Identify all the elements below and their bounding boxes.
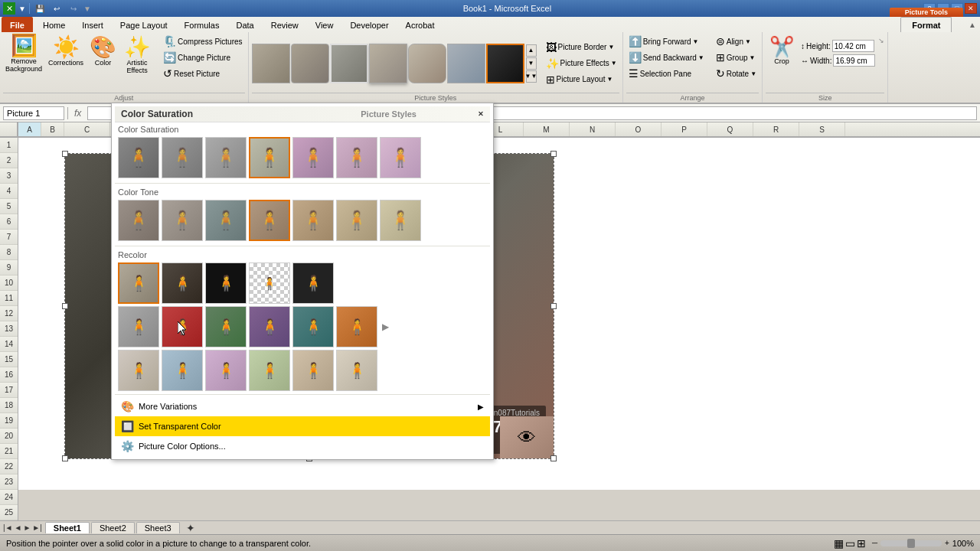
tab-file[interactable]: File (2, 17, 33, 32)
rc-purple[interactable]: 🧍 (249, 306, 290, 347)
col-header-a[interactable]: A (18, 122, 41, 136)
zoom-percentage[interactable]: 100% (952, 539, 974, 548)
rc-light2[interactable]: 🧍 (162, 350, 203, 391)
more-variations-item[interactable]: 🎨 More Variations ▶ (115, 396, 490, 416)
width-input[interactable] (833, 54, 875, 67)
styles-scroll[interactable]: ▲ ▼ ▼▼ (526, 44, 537, 83)
rc-black-solid[interactable]: 🧍 (292, 262, 334, 304)
tone-swatch-5[interactable]: 🧍 (292, 200, 334, 241)
col-header-p[interactable]: P (662, 122, 707, 136)
rc-light4[interactable]: 🧍 (249, 350, 290, 391)
col-header-s[interactable]: S (799, 122, 845, 136)
close-button[interactable]: ✕ (965, 3, 977, 14)
picture-layout-button[interactable]: ⊞ Picture Layout ▼ (544, 72, 619, 87)
selection-handle-br[interactable] (550, 455, 557, 461)
style-5[interactable] (408, 44, 446, 83)
selection-handle-tl[interactable] (62, 151, 68, 157)
tab-home[interactable]: Home (34, 17, 74, 32)
style-3[interactable] (330, 44, 368, 83)
rc-light6[interactable]: 🧍 (336, 350, 377, 391)
page-break-view-button[interactable]: ⊞ (857, 537, 866, 549)
tab-prev[interactable]: ◄ (15, 523, 22, 532)
new-sheet-button[interactable]: ✦ (181, 521, 200, 535)
styles-scroll-up[interactable]: ▲ (526, 44, 537, 57)
size-dialog-launcher[interactable]: ↘ (878, 34, 884, 44)
tab-format[interactable]: Format (900, 17, 952, 32)
normal-view-button[interactable]: ▦ (834, 537, 844, 549)
zoom-slider[interactable] (880, 540, 942, 546)
rc-green[interactable]: 🧍 (205, 306, 247, 347)
reset-picture-button[interactable]: ↺ Reset Picture (161, 66, 244, 81)
save-button[interactable]: 💾 (33, 2, 47, 15)
saturation-swatch-1[interactable]: 🧍 (118, 137, 159, 178)
tone-swatch-4-selected[interactable]: 🧍 (249, 200, 290, 241)
tab-formulas[interactable]: Formulas (176, 17, 228, 32)
style-1[interactable] (252, 44, 290, 83)
bring-forward-button[interactable]: ⬆️ Bring Forward ▼ (626, 34, 707, 49)
rc-light3[interactable]: 🧍 (205, 350, 247, 391)
saturation-swatch-6[interactable]: 🧍 (336, 137, 377, 178)
tab-insert[interactable]: Insert (74, 17, 112, 32)
rc-dark[interactable]: 🧍 (162, 262, 203, 304)
saturation-swatch-2[interactable]: 🧍 (162, 137, 203, 178)
tone-swatch-6[interactable]: 🧍 (336, 200, 377, 241)
styles-more[interactable]: ▼▼ (526, 70, 537, 83)
undo-button[interactable]: ↩ (50, 2, 64, 15)
col-header-n[interactable]: N (570, 122, 616, 136)
col-header-b[interactable]: B (41, 122, 64, 136)
selection-pane-button[interactable]: ☰ Selection Pane (626, 66, 707, 81)
rc-orange[interactable]: 🧍 (336, 306, 377, 347)
align-button[interactable]: ⊜ Align ▼ (714, 34, 759, 49)
artistic-effects-button[interactable]: ✨ ArtisticEffects (120, 34, 154, 75)
crop-button[interactable]: ✂️ Crop (766, 34, 798, 66)
saturation-swatch-3[interactable]: 🧍 (205, 137, 247, 178)
col-header-c[interactable]: C (64, 122, 110, 136)
rc-red[interactable]: 🧍 (162, 306, 203, 347)
zoom-in-button[interactable]: + (945, 539, 949, 547)
picture-color-options-item[interactable]: ⚙️ Picture Color Options... (115, 436, 490, 456)
send-backward-button[interactable]: ⬇️ Send Backward ▼ (626, 50, 707, 65)
set-transparent-color-item[interactable]: 🔲 Set Transparent Color (115, 416, 490, 436)
tab-first[interactable]: |◄ (3, 523, 13, 532)
sheet-tab-2[interactable]: Sheet2 (91, 522, 135, 533)
selection-handle-tr[interactable] (550, 151, 557, 157)
col-header-q[interactable]: Q (707, 122, 753, 136)
rc-light5[interactable]: 🧍 (292, 350, 334, 391)
style-7-selected[interactable] (486, 44, 524, 83)
sheet-tab-1[interactable]: Sheet1 (45, 522, 90, 533)
tone-swatch-3[interactable]: 🧍 (205, 200, 247, 241)
tab-page-layout[interactable]: Page Layout (112, 17, 176, 32)
group-button[interactable]: ⊞ Group ▼ (714, 50, 759, 65)
rc-teal[interactable]: 🧍 (292, 306, 334, 347)
redo-button[interactable]: ↪ (67, 2, 80, 15)
tab-data[interactable]: Data (227, 17, 262, 32)
saturation-swatch-4-selected[interactable]: 🧍 (249, 137, 290, 178)
saturation-swatch-7[interactable]: 🧍 (380, 137, 421, 178)
rc-original[interactable]: 🧍 (118, 262, 159, 304)
rc-transparent[interactable]: 🧍 (249, 262, 290, 304)
name-box[interactable] (3, 106, 64, 120)
corrections-button[interactable]: ☀️ Corrections (46, 34, 86, 67)
tab-next[interactable]: ► (23, 523, 31, 532)
style-4[interactable] (369, 44, 407, 83)
zoom-out-button[interactable]: ─ (872, 539, 877, 547)
rotate-button[interactable]: ↻ Rotate ▼ (714, 66, 759, 81)
tab-developer[interactable]: Developer (341, 17, 397, 32)
col-header-r[interactable]: R (753, 122, 799, 136)
tab-view[interactable]: View (307, 17, 342, 32)
height-input[interactable] (832, 40, 874, 52)
function-button[interactable]: fx (71, 108, 84, 119)
tone-swatch-1[interactable]: 🧍 (118, 200, 159, 241)
rc-black[interactable]: 🧍 (205, 262, 247, 304)
selection-handle-bl[interactable] (62, 455, 68, 461)
picture-border-button[interactable]: 🖼 Picture Border ▼ (544, 40, 619, 55)
style-2[interactable] (291, 44, 329, 83)
styles-scroll-down[interactable]: ▼ (526, 57, 537, 70)
panel-close-button[interactable]: ✕ (478, 110, 484, 118)
compress-pictures-button[interactable]: 🗜️ Compress Pictures (161, 34, 244, 49)
color-button[interactable]: 🎨 Color (87, 34, 119, 67)
tone-swatch-7[interactable]: 🧍 (380, 200, 421, 241)
col-header-m[interactable]: M (524, 122, 570, 136)
tab-last[interactable]: ►| (32, 523, 42, 532)
rc-light1[interactable]: 🧍 (118, 350, 159, 391)
